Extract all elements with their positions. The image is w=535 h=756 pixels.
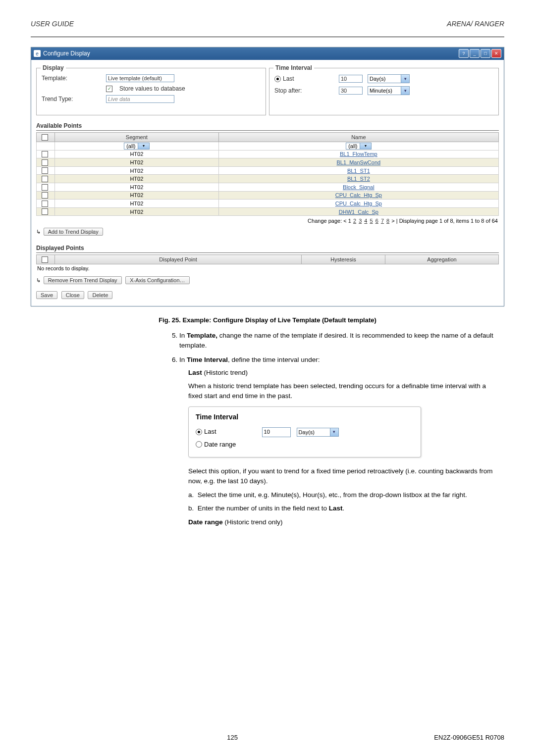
page-link[interactable]: 6 <box>375 218 378 224</box>
col-segment[interactable]: Segment <box>55 133 219 142</box>
row-checkbox[interactable] <box>42 159 48 166</box>
template-input[interactable]: Live template (default) <box>106 74 174 82</box>
display-section: Display Template: Live template (default… <box>36 68 266 115</box>
row-checkbox[interactable] <box>42 176 48 182</box>
chevron-down-icon: ▾ <box>330 428 338 436</box>
name-cell[interactable]: BL1_FlowTemp <box>218 150 498 158</box>
header-left: USER GUIDE <box>31 20 74 28</box>
stop-value-input[interactable]: 30 <box>339 87 363 95</box>
help-button[interactable]: ? <box>459 49 469 58</box>
name-cell[interactable]: CPU_Calc_Htg_Sp <box>218 191 498 200</box>
last-value-input[interactable]: 10 <box>339 75 363 83</box>
name-cell[interactable]: BL1_ST1 <box>218 166 498 175</box>
chevron-down-icon: ▾ <box>401 87 409 95</box>
document-body: In Template, change the name of the temp… <box>179 331 494 527</box>
table-row[interactable]: HT02Block_Signal <box>37 183 499 191</box>
name-cell[interactable]: DHW1_Calc_Sp <box>218 207 498 216</box>
mini-last-input[interactable]: 10 <box>262 427 291 437</box>
table-row[interactable]: HT02CPU_Calc_Htg_Sp <box>37 200 499 208</box>
available-points-table: Segment Name (all)▾ (all)▾ HT02BL1_FlowT… <box>36 132 499 216</box>
select-all-checkbox[interactable] <box>42 134 48 141</box>
col-aggregation[interactable]: Aggregation <box>385 255 499 264</box>
page-link[interactable]: 8 <box>386 218 389 224</box>
name-cell[interactable]: CPU_Calc_Htg_Sp <box>218 200 498 208</box>
row-checkbox[interactable] <box>42 151 48 157</box>
store-checkbox[interactable] <box>106 86 112 92</box>
segment-cell: HT02 <box>55 191 219 200</box>
xaxis-config-button[interactable]: X-Axis Configuration… <box>125 276 189 284</box>
last-unit-dropdown[interactable]: ▾ <box>368 74 410 83</box>
close-window-button[interactable]: Close <box>61 291 84 299</box>
name-cell[interactable]: BL1_ManSwCond <box>218 158 498 167</box>
segment-cell: HT02 <box>55 200 219 208</box>
time-heading: Time Interval <box>273 64 314 71</box>
page-link[interactable]: 3 <box>359 218 362 224</box>
substep-a: a. Select the time unit, e.g. Minute(s),… <box>188 490 494 500</box>
mini-last-radio[interactable] <box>196 429 202 435</box>
table-row[interactable]: HT02BL1_ST1 <box>37 166 499 175</box>
add-to-trend-button[interactable]: Add to Trend Display <box>44 228 103 236</box>
mini-daterange-label: Date range <box>204 440 236 450</box>
col-name[interactable]: Name <box>218 133 498 142</box>
row-checkbox[interactable] <box>42 201 48 207</box>
select-all-displayed-checkbox[interactable] <box>42 256 48 263</box>
table-row[interactable]: HT02BL1_FlowTemp <box>37 150 499 158</box>
time-interval-mini: Time Interval Last 10 ▾ <box>188 406 421 457</box>
trend-type-label: Trend Type: <box>42 96 101 102</box>
close-button[interactable]: ✕ <box>491 49 501 58</box>
step-5: In Template, change the name of the temp… <box>179 331 494 350</box>
step-6: In Time Interval, define the time interv… <box>179 355 494 527</box>
table-row[interactable]: HT02DHW1_Calc_Sp <box>37 207 499 216</box>
page-number: 125 <box>227 734 238 741</box>
mini-unit-value[interactable] <box>297 429 330 436</box>
segment-cell: HT02 <box>55 183 219 191</box>
displayed-points-heading: Displayed Points <box>36 245 499 253</box>
row-checkbox[interactable] <box>42 208 48 215</box>
name-cell[interactable]: BL1_ST2 <box>218 175 498 183</box>
stop-after-label: Stop after: <box>274 87 334 94</box>
segment-filter-dropdown[interactable]: (all)▾ <box>124 143 149 150</box>
browser-icon: e <box>34 50 41 57</box>
maximize-button[interactable]: □ <box>481 49 490 58</box>
stop-unit-value[interactable] <box>368 87 401 94</box>
table-row[interactable]: HT02BL1_ManSwCond <box>37 158 499 167</box>
row-checkbox[interactable] <box>42 192 48 199</box>
page-link[interactable]: 7 <box>381 218 384 224</box>
save-button[interactable]: Save <box>36 291 57 299</box>
mini-unit-dropdown[interactable]: ▾ <box>297 428 339 437</box>
mini-last-label: Last <box>204 427 216 437</box>
substep-b: b. Enter the number of units in the fiel… <box>188 504 494 513</box>
available-points-heading: Available Points <box>36 122 499 131</box>
page-link[interactable]: 2 <box>353 218 356 224</box>
segment-cell: HT02 <box>55 175 219 183</box>
page-link[interactable]: 5 <box>370 218 373 224</box>
figure-caption: Fig. 25. Example: Configure Display of L… <box>31 316 504 324</box>
titlebar: e Configure Display ? _ □ ✕ <box>31 48 504 60</box>
store-label: Store values to database <box>119 85 185 92</box>
table-row[interactable]: HT02CPU_Calc_Htg_Sp <box>37 191 499 200</box>
stop-unit-dropdown[interactable]: ▾ <box>368 86 410 95</box>
segment-cell: HT02 <box>55 158 219 167</box>
display-heading: Display <box>41 64 66 71</box>
row-checkbox[interactable] <box>42 184 48 191</box>
paging-bar: Change page: < 1 2 3 4 5 6 7 8 > | Displ… <box>36 216 499 226</box>
last-unit-value[interactable] <box>368 75 401 82</box>
remove-from-trend-button[interactable]: Remove From Trend Display <box>44 276 122 284</box>
name-filter-dropdown[interactable]: (all)▾ <box>346 143 371 150</box>
segment-cell: HT02 <box>55 207 219 216</box>
col-hysteresis[interactable]: Hysteresis <box>302 255 385 264</box>
last-radio[interactable] <box>274 76 281 82</box>
minimize-button[interactable]: _ <box>470 49 480 58</box>
template-label: Template: <box>42 75 101 82</box>
segment-cell: HT02 <box>55 150 219 158</box>
table-row[interactable]: HT02BL1_ST2 <box>37 175 499 183</box>
mini-title: Time Interval <box>196 412 414 422</box>
mini-daterange-radio[interactable] <box>196 441 202 448</box>
name-cell[interactable]: Block_Signal <box>218 183 498 191</box>
doc-id: EN2Z-0906GE51 R0708 <box>434 734 504 741</box>
page-link[interactable]: 4 <box>364 218 367 224</box>
row-checkbox[interactable] <box>42 167 48 174</box>
time-interval-section: Time Interval Last 10 ▾ Stop afte <box>269 68 499 115</box>
col-displayed-point[interactable]: Displayed Point <box>55 255 302 264</box>
delete-button[interactable]: Delete <box>88 291 112 299</box>
